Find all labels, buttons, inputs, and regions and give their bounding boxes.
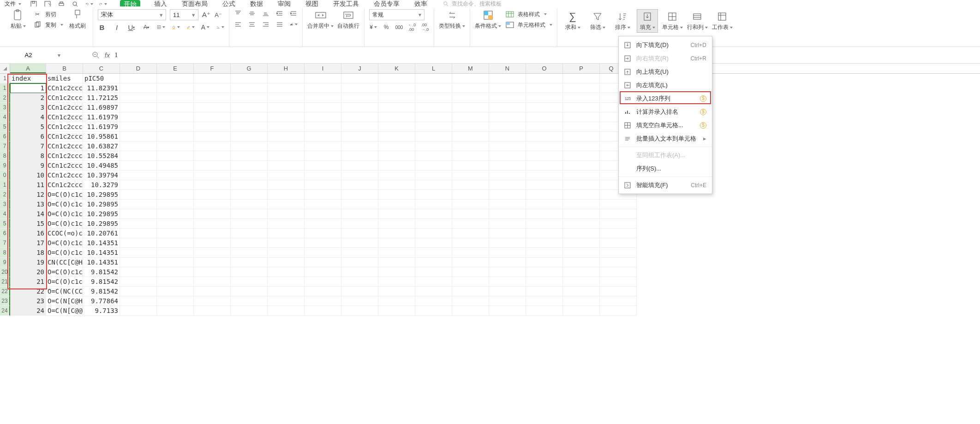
number-format-select[interactable]: 常规▾ (369, 9, 424, 20)
cell[interactable] (378, 306, 415, 316)
cell[interactable] (489, 248, 526, 258)
table-row[interactable]: 55CCn1c2ccc11.61979 (0, 122, 980, 132)
cell[interactable] (120, 83, 157, 93)
cell[interactable]: 11.82391 (83, 83, 120, 93)
decrease-font-icon[interactable]: A⁻ (214, 11, 222, 19)
cell[interactable] (305, 171, 341, 180)
col-header-A[interactable]: A (10, 64, 46, 73)
cell[interactable] (305, 93, 341, 103)
cell[interactable] (415, 219, 452, 229)
table-row[interactable]: 33CCn1c2ccc11.69897 (0, 103, 980, 112)
row-header[interactable]: 20 (0, 267, 10, 277)
cell[interactable] (563, 209, 600, 219)
cell[interactable] (231, 258, 268, 267)
undo-icon[interactable] (85, 0, 93, 6)
cell[interactable] (452, 103, 489, 112)
cell[interactable] (341, 180, 378, 190)
cell[interactable] (489, 112, 526, 122)
cell[interactable]: 10.63827 (83, 141, 120, 151)
cell[interactable] (526, 277, 563, 287)
cell[interactable] (378, 151, 415, 161)
cell[interactable] (452, 83, 489, 93)
cell[interactable] (415, 287, 452, 296)
cell[interactable]: CCn1c2ccc (46, 112, 83, 122)
cell[interactable] (194, 132, 231, 141)
cell[interactable]: O=C(O)c1cs (46, 200, 83, 209)
save-icon[interactable] (30, 0, 38, 6)
cell[interactable] (305, 161, 341, 171)
cell[interactable] (305, 258, 341, 267)
cell[interactable]: CCn1c2ccc (46, 141, 83, 151)
cell[interactable] (378, 83, 415, 93)
cell[interactable] (526, 267, 563, 277)
menu-smart-fill[interactable]: 智能填充(F)Ctrl+E (619, 178, 712, 192)
cell[interactable] (157, 171, 194, 180)
menu-fill-down[interactable]: 向下填充(D)Ctrl+D (619, 38, 712, 52)
cell[interactable] (120, 161, 157, 171)
cell[interactable] (452, 112, 489, 122)
cells-button[interactable]: 单元格 (662, 11, 683, 31)
cell[interactable] (231, 209, 268, 219)
cell[interactable] (194, 112, 231, 122)
cell[interactable] (341, 219, 378, 229)
cell[interactable] (378, 238, 415, 248)
cell[interactable] (452, 219, 489, 229)
cell[interactable] (157, 267, 194, 277)
cell[interactable] (341, 93, 378, 103)
cell[interactable] (563, 141, 600, 151)
col-header-E[interactable]: E (157, 64, 194, 73)
fill-color-icon[interactable] (172, 23, 180, 31)
cell[interactable]: 10.29895 (83, 209, 120, 219)
cell[interactable]: 10.39794 (83, 171, 120, 180)
cell[interactable] (563, 306, 600, 316)
cell[interactable] (378, 258, 415, 267)
grid-body[interactable]: 1indexsmilespIC5011CCn1c2ccc11.8239122CC… (0, 74, 980, 316)
cell[interactable] (489, 151, 526, 161)
name-box[interactable]: ▾ (2, 49, 73, 62)
cell[interactable]: pIC50 (83, 74, 120, 83)
cell[interactable] (563, 112, 600, 122)
cell[interactable] (341, 112, 378, 122)
worksheet-button[interactable]: 工作表 (711, 11, 733, 31)
cell[interactable] (563, 287, 600, 296)
name-box-dropdown[interactable]: ▾ (55, 52, 63, 59)
cell[interactable] (268, 277, 305, 287)
cell[interactable] (341, 151, 378, 161)
table-row[interactable]: 88CCn1c2ccc10.55284 (0, 151, 980, 161)
cell[interactable] (157, 103, 194, 112)
table-row[interactable]: 22CCn1c2ccc11.72125 (0, 93, 980, 103)
cell[interactable]: O=C(O)c1cs (46, 190, 83, 200)
cell[interactable] (415, 141, 452, 151)
cell[interactable] (452, 258, 489, 267)
cell[interactable]: O=C(O)c1cs (46, 219, 83, 229)
cell[interactable] (489, 161, 526, 171)
cell[interactable] (452, 238, 489, 248)
row-header[interactable]: 8 (0, 248, 10, 258)
cell[interactable] (157, 258, 194, 267)
cell[interactable] (341, 287, 378, 296)
cell[interactable] (231, 93, 268, 103)
cell[interactable] (415, 180, 452, 190)
cell[interactable] (231, 151, 268, 161)
row-header[interactable]: 3 (0, 200, 10, 209)
cell[interactable] (231, 267, 268, 277)
cell[interactable] (563, 219, 600, 229)
table-row[interactable]: 2121O=C(O)c1cc9.81542 (0, 277, 980, 287)
cell[interactable] (194, 267, 231, 277)
cell[interactable]: CCn1c2ccc (46, 171, 83, 180)
cell[interactable] (231, 122, 268, 132)
cell[interactable] (305, 277, 341, 287)
row-header[interactable]: 5 (0, 122, 10, 132)
table-row[interactable]: 212O=C(O)c1cs10.29895 (0, 190, 980, 200)
cell[interactable] (526, 171, 563, 180)
rowscols-button[interactable]: 行和列 (687, 11, 708, 31)
cell[interactable] (341, 258, 378, 267)
cell[interactable] (157, 200, 194, 209)
cell[interactable] (563, 171, 600, 180)
cell[interactable] (452, 296, 489, 306)
cell[interactable] (600, 296, 637, 306)
tab-developer[interactable]: 开发工具 (332, 0, 360, 6)
cell[interactable]: CCn1c2ccc (46, 161, 83, 171)
sum-button[interactable]: ∑求和 (562, 11, 583, 31)
cell[interactable] (489, 93, 526, 103)
